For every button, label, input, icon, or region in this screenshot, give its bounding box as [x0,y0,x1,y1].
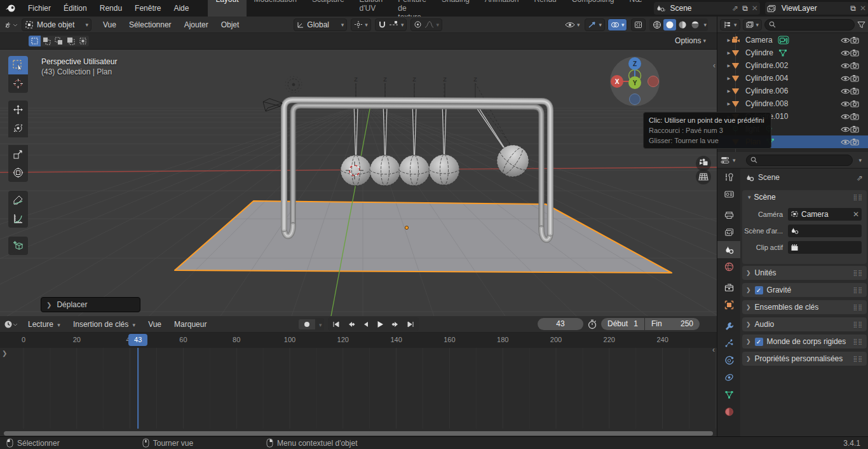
properties-tab-output[interactable] [717,207,740,224]
hide-eye-icon[interactable] [841,62,850,69]
pin-icon[interactable]: ⇗ [730,4,740,13]
select-box-tool-button[interactable] [8,56,28,74]
panel-gravit[interactable]: ❯✓Gravité⣿⣿ [742,283,867,297]
current-frame-field[interactable]: 43 [538,318,583,330]
properties-tab-viewlayer[interactable] [717,224,740,241]
hide-eye-icon[interactable] [841,50,850,57]
select-subtract-button[interactable] [53,36,65,46]
menu-rendu[interactable]: Rendu [93,4,128,13]
properties-tab-data[interactable] [717,386,740,403]
measure-tool-button[interactable] [8,209,28,228]
viewport-menu-objet[interactable]: Objet [215,20,246,29]
hide-eye-icon[interactable] [841,100,850,107]
mode-selector[interactable]: Mode objet▾ [22,18,92,31]
prev-keyframe-button[interactable] [343,319,359,329]
timeline-menu-insertion-de-cl-s[interactable]: Insertion de clés ▾ [67,320,142,329]
jump-to-end-button[interactable] [403,319,419,329]
move-tool-button[interactable] [8,100,28,119]
properties-tab-modifiers[interactable] [717,317,740,335]
close-icon[interactable]: ✕ [858,4,868,13]
sphere-object[interactable] [429,155,459,185]
clear-icon[interactable]: ✕ [853,210,859,219]
outliner-filter-dropdown[interactable]: ▾ [743,19,763,31]
disable-render-icon[interactable] [850,125,868,133]
menu-dition[interactable]: Édition [57,4,93,13]
timeline-menu-marqueur[interactable]: Marqueur [168,320,213,329]
properties-tab-world[interactable] [717,258,740,275]
sidebar-toggle-arrow[interactable]: ‹ [713,61,715,70]
use-preview-range-button[interactable] [587,319,597,329]
viewlayer-name[interactable]: ViewLayer [779,4,849,13]
properties-search[interactable] [746,155,853,166]
properties-tab-physics[interactable] [717,352,740,369]
editor-type-button[interactable] [0,20,22,29]
hide-eye-icon[interactable] [841,113,850,120]
panel-unit-s[interactable]: ❯Unités⣿⣿ [742,266,867,280]
viewlayer-icon[interactable] [765,4,779,13]
annotate-tool-button[interactable] [8,191,28,209]
checkbox-checked[interactable]: ✓ [755,286,763,294]
duplicate-icon[interactable]: ⧉ [848,4,858,13]
start-frame-field[interactable]: Début1 [601,318,644,330]
outliner-item-camera[interactable]: ►Camera [717,34,868,46]
cradle-spheres[interactable] [341,139,535,186]
select-invert-button[interactable] [65,36,77,46]
prev-frame-button[interactable] [359,319,373,329]
timeline-menu-lecture[interactable]: Lecture ▾ [22,320,67,329]
disable-render-icon[interactable] [850,113,868,120]
outliner-item-cylindre-004[interactable]: ►Cylindre.004 [717,72,868,85]
sphere-object[interactable] [399,155,430,186]
scene-name[interactable]: Scene [668,4,731,13]
hide-eye-icon[interactable] [841,37,850,44]
add-cube-tool-button[interactable] [8,237,28,255]
timeline-editor-type-button[interactable] [0,320,22,329]
timeline-menu-vue[interactable]: Vue [142,320,168,329]
menu-aide[interactable]: Aide [167,4,195,13]
playhead-badge[interactable]: 43 [128,334,147,346]
hide-eye-icon[interactable] [841,126,850,133]
outliner-search[interactable] [764,19,855,31]
cursor-tool-button[interactable] [8,74,28,93]
scene-icon[interactable] [654,4,668,13]
hide-eye-icon[interactable] [841,88,850,95]
properties-tab-render[interactable] [717,186,740,203]
viewport-menu-s-lectionner[interactable]: Sélectionner [123,20,178,29]
snap-controls[interactable]: ▾ [375,18,407,31]
panel-monde-de-corps-rigides[interactable]: ❯✓Monde de corps rigides⣿⣿ [742,335,867,349]
timeline-track-area[interactable] [0,348,717,429]
properties-tab-scene[interactable] [717,241,740,258]
hide-eye-icon[interactable] [841,139,850,146]
auto-key-button[interactable] [299,319,315,329]
outliner-display-mode[interactable]: ▾ [720,19,740,31]
scene-panel-header[interactable]: ▾ Scène ⣿⣿ [742,190,867,204]
properties-tab-material[interactable] [717,403,740,420]
blender-logo-icon[interactable] [0,4,22,13]
shading-rendered-button[interactable] [689,19,702,31]
timeline-ruler[interactable]: 02040608010012014016018020022024043 [0,333,717,348]
sphere-object[interactable] [341,155,371,186]
jump-to-start-button[interactable] [328,319,343,329]
outliner-item-cylindre-008[interactable]: ►Cylindre.008 [717,97,868,110]
overlays-toggle[interactable]: ▾ [607,18,628,31]
outliner-item-cylindre[interactable]: ►Cylindre [717,46,868,59]
end-frame-field[interactable]: Fin250 [645,318,700,330]
play-button[interactable] [373,319,388,330]
rotate-tool-button[interactable] [8,119,28,137]
disable-render-icon[interactable] [850,62,868,69]
options-dropdown[interactable]: Options▾ [675,36,706,45]
keying-set-dropdown[interactable]: ▾ [315,318,324,331]
sphere-object[interactable] [370,155,400,186]
timeline-scrollbar[interactable] [4,431,713,436]
menu-fichier[interactable]: Fichier [22,4,57,13]
next-keyframe-button[interactable] [388,319,403,329]
transform-tool-button[interactable] [8,163,28,182]
transform-orientation[interactable]: Global▾ [294,18,347,31]
disable-render-icon[interactable] [850,36,868,44]
checkbox-checked[interactable]: ✓ [755,338,763,346]
properties-tab-constraints[interactable] [717,369,740,386]
disable-render-icon[interactable] [850,100,868,107]
shading-wireframe-button[interactable] [651,19,663,31]
outliner-item-label[interactable]: Cylindre.002 [745,61,788,70]
scene-selector[interactable]: Scene ⇗ ⧉ ✕ [654,2,760,15]
outliner-item-label[interactable]: Cylindre.008 [745,99,788,108]
